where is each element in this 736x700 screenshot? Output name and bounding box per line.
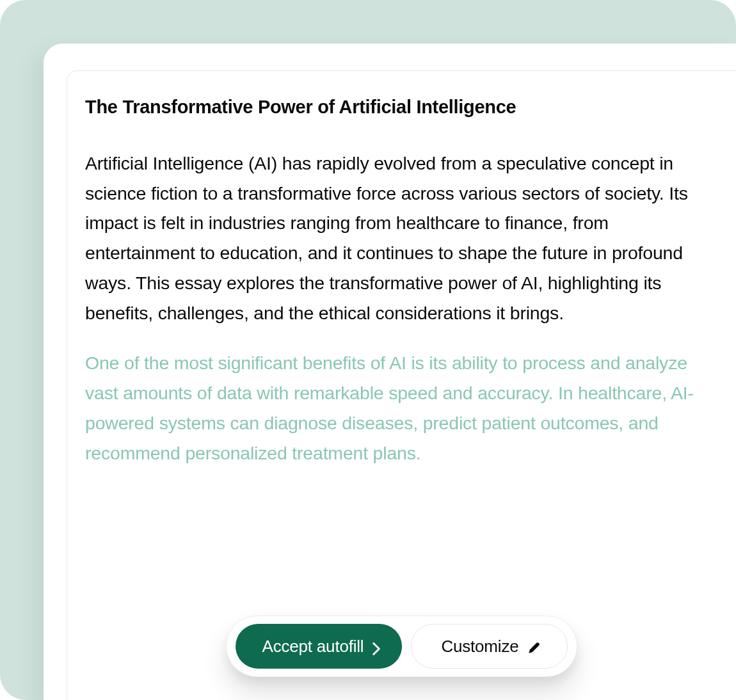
document-body-paragraph: Artificial Intelligence (AI) has rapidly…: [85, 148, 709, 328]
customize-label: Customize: [441, 637, 518, 656]
app-background: The Transformative Power of Artificial I…: [0, 0, 736, 700]
accept-autofill-button[interactable]: Accept autofill: [236, 624, 403, 669]
autofill-action-bar: Accept autofill Customize: [226, 616, 578, 677]
document-content-area: The Transformative Power of Artificial I…: [67, 70, 736, 700]
edit-icon: [527, 639, 541, 653]
chevron-right-icon: [372, 640, 380, 653]
customize-button[interactable]: Customize: [411, 624, 568, 669]
accept-autofill-label: Accept autofill: [262, 637, 364, 656]
document-card: The Transformative Power of Artificial I…: [44, 44, 736, 700]
document-title: The Transformative Power of Artificial I…: [85, 97, 709, 118]
autofill-suggested-text: One of the most significant benefits of …: [85, 348, 709, 468]
